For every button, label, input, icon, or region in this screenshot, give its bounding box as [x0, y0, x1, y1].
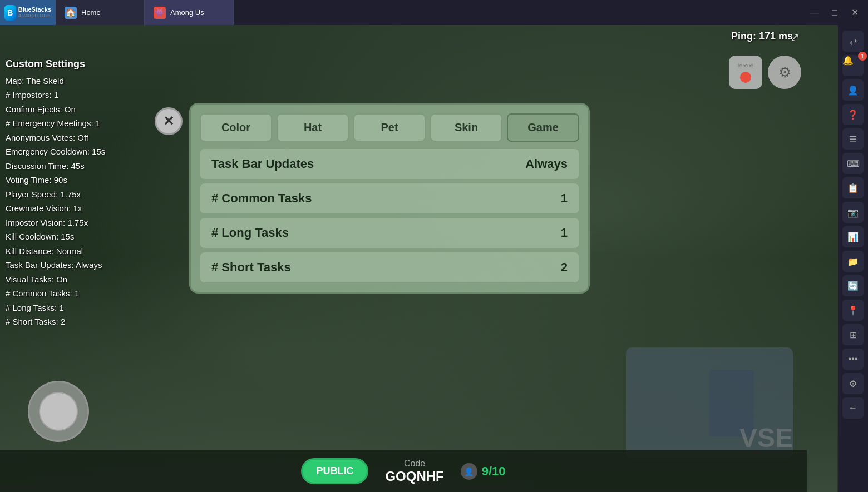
crewmate-vision-setting: Crewmate Vision: 1x: [6, 201, 105, 216]
custom-settings-title: Custom Settings: [6, 56, 105, 73]
anonymous-votes-setting: Anonymous Votes: Off: [6, 131, 105, 145]
public-button[interactable]: PUBLIC: [301, 458, 368, 484]
tab-hat[interactable]: Hat: [277, 113, 349, 142]
game-settings-button[interactable]: ⚙: [768, 56, 801, 89]
bluestacks-version: 4.240.20.1016: [18, 13, 51, 19]
task-bar-updates-label: Task Bar Updates: [211, 157, 314, 171]
tab-among-us[interactable]: 👾 Among Us: [145, 0, 234, 25]
home-tab-label: Home: [81, 8, 101, 17]
record-indicator: [740, 72, 751, 83]
player-speed-setting: Player Speed: 1.75x: [6, 187, 105, 202]
player-count-display: 👤 9/10: [461, 463, 506, 480]
clipboard-button[interactable]: 📋: [842, 177, 864, 198]
player-icon: 👤: [461, 463, 477, 480]
multi-instance-button[interactable]: ⊞: [842, 324, 864, 345]
record-button[interactable]: ≋≋≋: [729, 56, 762, 89]
short-tasks-setting: # Short Tasks: 2: [6, 315, 105, 329]
room-code-value: GOQNHF: [385, 469, 443, 484]
vse-watermark: VSE: [739, 423, 793, 453]
window-controls: — □ ✕: [806, 4, 868, 22]
bluestacks-icon: B: [4, 5, 16, 21]
game-tab-icon: 👾: [154, 7, 166, 19]
settings-sidebar-button[interactable]: ⚙: [842, 373, 864, 394]
title-bar: B BlueStacks 4.240.20.1016 🏠 Home 👾 Amon…: [0, 0, 868, 25]
maximize-button[interactable]: □: [826, 4, 844, 22]
game-settings-list: Task Bar Updates Always # Common Tasks 1…: [200, 148, 579, 283]
tab-skin[interactable]: Skin: [430, 113, 502, 142]
discussion-time-setting: Discussion Time: 45s: [6, 159, 105, 173]
ping-value: 171 ms: [759, 31, 793, 42]
player-count-value: 9/10: [482, 464, 506, 479]
visual-tasks-setting: Visual Tasks: On: [6, 272, 105, 287]
bluestacks-name: BlueStacks: [18, 6, 51, 13]
common-tasks-label: # Common Tasks: [211, 191, 312, 206]
game-tab-label: Among Us: [170, 8, 204, 17]
custom-settings-panel: Custom Settings Map: The Skeld # Imposto…: [6, 56, 105, 329]
back-button[interactable]: ←: [842, 397, 864, 419]
joystick[interactable]: [28, 381, 89, 442]
bottom-bar: PUBLIC Code GOQNHF 👤 9/10: [0, 450, 807, 492]
title-tabs: 🏠 Home 👾 Among Us: [56, 0, 234, 25]
bluestacks-logo: B BlueStacks 4.240.20.1016: [0, 0, 56, 25]
tab-game[interactable]: Game: [507, 113, 579, 142]
long-tasks-label: # Long Tasks: [211, 226, 289, 240]
modal-tab-bar: Color Hat Pet Skin Game: [200, 113, 579, 142]
confirm-ejects-setting: Confirm Ejects: On: [6, 102, 105, 117]
more-options-button[interactable]: •••: [842, 349, 864, 370]
impostor-vision-setting: Impostor Vision: 1.75x: [6, 216, 105, 230]
menu-button[interactable]: ☰: [842, 128, 864, 150]
top-right-controls: ≋≋≋ ⚙: [729, 56, 801, 89]
room-code-label: Code: [385, 459, 443, 469]
close-button[interactable]: ✕: [846, 4, 864, 22]
game-modal: Color Hat Pet Skin Game Task Bar Updates…: [189, 103, 590, 294]
expand-sidebar-button[interactable]: ⇄: [842, 31, 864, 52]
task-bar-updates-setting: Task Bar Updates: Always: [6, 258, 105, 272]
common-tasks-value: 1: [561, 191, 568, 206]
modal-close-button[interactable]: ✕: [155, 107, 183, 135]
task-bar-updates-value: Always: [525, 157, 568, 171]
game-area: Ping: 171 ms ≋≋≋ ⚙ ⤢ Custom Settings Map…: [0, 25, 837, 492]
right-sidebar: ⇄ 🔔 1 👤 ❓ ☰ ⌨ 📋 📷 📊 📁 🔄 📍 ⊞ ••• ⚙ ←: [837, 25, 868, 492]
task-bar-updates-row[interactable]: Task Bar Updates Always: [200, 148, 579, 180]
long-tasks-setting: # Long Tasks: 1: [6, 301, 105, 315]
tab-color[interactable]: Color: [200, 113, 272, 142]
ping-display: Ping: 171 ms: [731, 31, 793, 42]
refresh-button[interactable]: 🔄: [842, 275, 864, 296]
impostors-setting: # Impostors: 1: [6, 88, 105, 102]
kill-distance-setting: Kill Distance: Normal: [6, 244, 105, 259]
minimize-button[interactable]: —: [806, 4, 823, 22]
common-tasks-row[interactable]: # Common Tasks 1: [200, 183, 579, 214]
voting-time-setting: Voting Time: 90s: [6, 173, 105, 187]
tab-pet[interactable]: Pet: [353, 113, 426, 142]
help-button[interactable]: ❓: [842, 104, 864, 125]
room-code-display: Code GOQNHF: [385, 459, 443, 484]
ping-label: Ping:: [731, 31, 756, 42]
short-tasks-label: # Short Tasks: [211, 260, 291, 275]
home-tab-icon: 🏠: [65, 7, 77, 19]
long-tasks-value: 1: [561, 226, 568, 240]
stats-button[interactable]: 📊: [842, 226, 864, 247]
emergency-meetings-setting: # Emergency Meetings: 1: [6, 116, 105, 131]
short-tasks-value: 2: [561, 260, 568, 275]
account-button[interactable]: 👤: [842, 79, 864, 101]
long-tasks-row[interactable]: # Long Tasks 1: [200, 217, 579, 249]
notifications-button[interactable]: 🔔 1: [842, 55, 864, 76]
emergency-cooldown-setting: Emergency Cooldown: 15s: [6, 145, 105, 159]
map-setting: Map: The Skeld: [6, 74, 105, 88]
screenshot-button[interactable]: 📷: [842, 202, 864, 223]
kill-cooldown-setting: Kill Cooldown: 15s: [6, 230, 105, 244]
short-tasks-row[interactable]: # Short Tasks 2: [200, 252, 579, 283]
joystick-inner: [39, 392, 78, 431]
keyboard-button[interactable]: ⌨: [842, 153, 864, 174]
tab-home[interactable]: 🏠 Home: [56, 0, 145, 25]
location-button[interactable]: 📍: [842, 300, 864, 321]
common-tasks-setting: # Common Tasks: 1: [6, 286, 105, 301]
notification-count: 1: [858, 52, 867, 61]
folder-button[interactable]: 📁: [842, 251, 864, 272]
